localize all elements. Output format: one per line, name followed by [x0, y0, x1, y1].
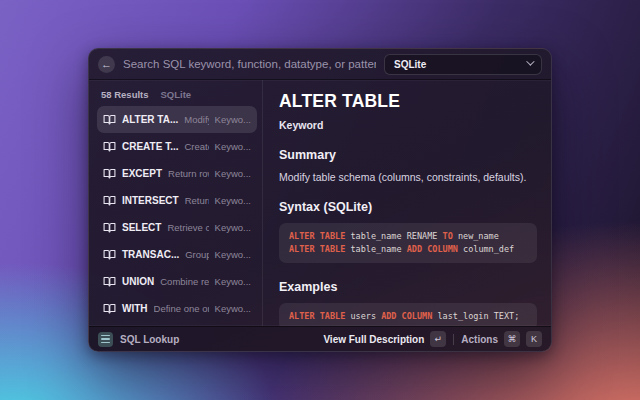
book-icon [103, 194, 116, 207]
return-key-icon: ↵ [430, 331, 446, 347]
detail-pane: ALTER TABLE Keyword Summary Modify table… [263, 80, 551, 326]
result-subtitle: Combine resul... [160, 276, 208, 287]
result-subtitle: Create a... [184, 141, 208, 152]
result-list-item[interactable]: ALTER TA... Modify ta... Keywo... [97, 106, 257, 133]
back-button[interactable]: ← [98, 56, 115, 73]
app-label: SQL Lookup [120, 334, 179, 345]
result-type-badge: Keywo... [215, 249, 251, 260]
result-title: CREATE T... [122, 141, 178, 152]
result-type-badge: Keywo... [215, 114, 251, 125]
result-title: UNION [122, 276, 154, 287]
example-code-block: ALTER TABLE users ADD COLUMN last_login … [279, 303, 537, 326]
footer-actions: View Full Description ↵ Actions ⌘ K [323, 331, 542, 347]
syntax-code-block: ALTER TABLE table_name RENAME TO new_nam… [279, 223, 537, 263]
syntax-heading: Syntax (SQLite) [279, 200, 537, 214]
result-subtitle: Modify ta... [184, 114, 208, 125]
result-subtitle: Return rows f... [168, 168, 209, 179]
chevron-down-icon [526, 57, 534, 65]
result-list-item[interactable]: WITH Define one or m... Keywo... [97, 295, 257, 322]
book-icon [103, 113, 116, 126]
result-title: TRANSAC... [122, 249, 179, 260]
book-icon [103, 140, 116, 153]
sql-lookup-window: ← SQLite 58 Results SQLite ALTER TA... M… [88, 48, 552, 352]
k-key-icon: K [526, 331, 542, 347]
results-list: ALTER TA... Modify ta... Keywo... CREATE… [97, 106, 257, 326]
results-scope: SQLite [161, 89, 192, 100]
summary-heading: Summary [279, 148, 537, 162]
result-type-badge: Keywo... [215, 303, 251, 314]
result-title: ALTER TA... [122, 114, 178, 125]
result-list-item[interactable]: EXCEPT Return rows f... Keywo... [97, 160, 257, 187]
result-type-badge: Keywo... [215, 141, 251, 152]
book-icon [103, 302, 116, 315]
result-list-item[interactable]: TRANSAC... Group st... Keywo... [97, 241, 257, 268]
main-content: 58 Results SQLite ALTER TA... Modify ta.… [89, 80, 551, 326]
footer-separator [453, 334, 454, 345]
back-arrow-icon: ← [101, 56, 112, 72]
result-subtitle: Retrieve colu... [167, 222, 208, 233]
detail-title: ALTER TABLE [279, 91, 537, 112]
result-list-item[interactable]: UNION Combine resul... Keywo... [97, 268, 257, 295]
result-list-item[interactable]: INTERSECT Return ro... Keywo... [97, 187, 257, 214]
result-type-badge: Keywo... [215, 168, 251, 179]
result-type-badge: Keywo... [215, 276, 251, 287]
result-list-item[interactable]: SELECT Retrieve colu... Keywo... [97, 214, 257, 241]
search-bar: ← SQLite [89, 49, 551, 80]
view-full-description-button[interactable]: View Full Description ↵ [323, 331, 446, 347]
result-title: WITH [122, 303, 148, 314]
result-title: SELECT [122, 222, 161, 233]
book-icon [103, 221, 116, 234]
book-icon [103, 167, 116, 180]
result-title: INTERSECT [122, 195, 179, 206]
engine-dropdown-value: SQLite [394, 59, 426, 70]
result-list-item[interactable]: CREATE T... Create a... Keywo... [97, 133, 257, 160]
footer-bar: SQL Lookup View Full Description ↵ Actio… [89, 326, 551, 351]
command-key-icon: ⌘ [504, 331, 520, 347]
sql-lookup-app-icon [98, 332, 113, 347]
summary-text: Modify table schema (columns, constraint… [279, 171, 537, 183]
engine-dropdown[interactable]: SQLite [384, 54, 542, 75]
detail-type-label: Keyword [279, 119, 537, 131]
result-subtitle: Group st... [185, 249, 208, 260]
result-type-badge: Keywo... [215, 222, 251, 233]
search-input[interactable] [123, 58, 376, 70]
result-type-badge: Keywo... [215, 195, 251, 206]
book-icon [103, 275, 116, 288]
view-full-description-label: View Full Description [323, 334, 424, 345]
result-subtitle: Define one or m... [154, 303, 209, 314]
app-chip: SQL Lookup [98, 332, 179, 347]
actions-label: Actions [461, 334, 498, 345]
results-header: 58 Results SQLite [97, 86, 257, 106]
results-count: 58 Results [101, 89, 149, 100]
results-pane: 58 Results SQLite ALTER TA... Modify ta.… [89, 80, 263, 326]
book-icon [103, 248, 116, 261]
result-subtitle: Return ro... [185, 195, 209, 206]
examples-heading: Examples [279, 280, 537, 294]
result-title: EXCEPT [122, 168, 162, 179]
actions-button[interactable]: Actions ⌘ K [461, 331, 542, 347]
